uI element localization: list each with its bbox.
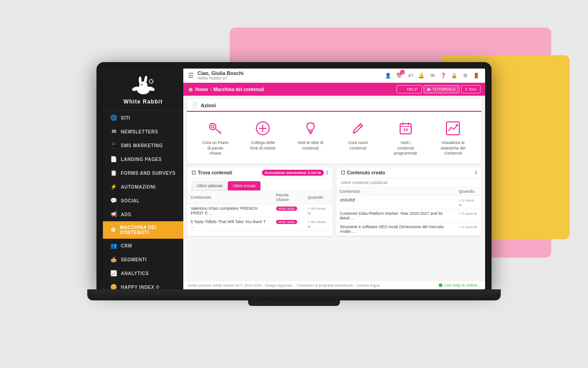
cell-keyword: white rabbit bbox=[272, 218, 304, 231]
sidebar-item-happy[interactable]: 😊HAPPY INDEX © bbox=[103, 280, 183, 289]
hamburger-icon[interactable]: ☰ bbox=[188, 72, 194, 79]
nav-icon-landing: 📄 bbox=[111, 156, 117, 162]
home-icon: 🏠 bbox=[188, 87, 193, 92]
sidebar-item-ads[interactable]: 📢ADS bbox=[103, 207, 183, 221]
sidebar-item-analytics[interactable]: 📈ANALYTICS bbox=[103, 266, 183, 280]
sidebar-item-siti[interactable]: 🌐SITI bbox=[103, 111, 183, 125]
live-dot bbox=[439, 283, 442, 287]
breadcrumb-current: Macchina dei contenuti bbox=[213, 87, 264, 92]
azione-piano-label: Crea un Pianodi parolechiave bbox=[202, 140, 229, 156]
nav-label-analytics: ANALYTICS bbox=[121, 271, 149, 276]
logout-icon[interactable]: 🚪 bbox=[472, 71, 481, 80]
nav-icon-macchina: ⚙ bbox=[111, 227, 116, 233]
sidebar-item-automazioni[interactable]: ⚡AUTOMAZIONI bbox=[103, 180, 183, 194]
svg-point-6 bbox=[141, 84, 142, 86]
users-icon[interactable]: 👤 bbox=[384, 71, 392, 80]
lock-icon[interactable]: 🔒 bbox=[450, 71, 458, 80]
sidebar-item-newsletters[interactable]: ✉NEWSLETTERS bbox=[103, 125, 183, 138]
azione-statistiche[interactable]: Visualizza lestatistiche deiContenuti bbox=[430, 116, 477, 159]
envelope-icon[interactable]: ✉ bbox=[428, 71, 436, 80]
nav-label-sms: SMS MARKETING bbox=[121, 143, 163, 148]
help-btn-icon: ❓ bbox=[401, 87, 406, 92]
trova-info-icon[interactable]: ℹ bbox=[326, 170, 328, 176]
nav-icon-automazioni: ⚡ bbox=[111, 184, 117, 190]
svg-point-2 bbox=[139, 76, 141, 84]
nav-label-macchina: MACCHINA DEI CONTENUTI bbox=[120, 225, 177, 235]
cell-contenuto: Valentino Khan completes 'FRENCH FRIED' … bbox=[187, 204, 272, 218]
sidebar-item-forms[interactable]: 📋FORMS AND SURVEYS bbox=[103, 166, 183, 180]
sidebar-item-social[interactable]: 💬SOCIAL bbox=[103, 194, 183, 207]
azione-idee[interactable]: Vedi le Idee dicontenuti bbox=[287, 116, 334, 159]
sidebar-nav: 🌐SITI✉NEWSLETTERS📱SMS MARKETING📄LANDING … bbox=[103, 111, 183, 289]
tab-ultimi-trovati[interactable]: Ultimi trovati bbox=[228, 181, 261, 190]
col-contenuto-creato: Contenuto bbox=[336, 187, 455, 196]
calendar-icon[interactable]: 📅 16 bbox=[395, 71, 403, 80]
tutorials-button[interactable]: ▶ TUTORIALS bbox=[424, 85, 459, 93]
document-icon: 📄 bbox=[192, 102, 198, 108]
nav-label-ads: ADS bbox=[121, 212, 131, 217]
tag-icon[interactable]: 🏷 bbox=[406, 71, 414, 80]
laptop-stand bbox=[248, 300, 340, 306]
trova-contenuti-title: Trova contenuti bbox=[198, 170, 232, 175]
white-rabbit-logo-icon bbox=[127, 76, 159, 97]
svg-point-9 bbox=[211, 125, 214, 128]
sidebar-item-landing[interactable]: 📄LANDING PAGES bbox=[103, 152, 183, 166]
svg-line-19 bbox=[313, 123, 314, 124]
sidebar-item-sms[interactable]: 📱SMS MARKETING bbox=[103, 138, 183, 152]
cell-quando-creato: + 5 mesi fa bbox=[455, 209, 481, 223]
tour-btn-label: Tour bbox=[468, 87, 476, 92]
svg-line-21 bbox=[359, 125, 362, 127]
contenuto-info-icon[interactable]: ℹ bbox=[475, 170, 477, 176]
contenuto-creato-card: ☐ Contenuto creato ℹ Ultimi contenuti pu… bbox=[336, 167, 482, 236]
sidebar-brand-text: White Rabbit bbox=[124, 98, 163, 105]
svg-point-8 bbox=[209, 123, 216, 130]
col-quando-creato: Quando bbox=[455, 187, 481, 196]
nav-icon-crm: 👥 bbox=[111, 242, 117, 249]
azione-piano[interactable]: Crea un Pianodi parolechiave bbox=[192, 116, 239, 159]
laptop-base bbox=[87, 289, 501, 300]
tab-ultimi-abbinati[interactable]: Ultimi abbinati bbox=[192, 181, 228, 190]
app-container: White Rabbit 🌐SITI✉NEWSLETTERS📱SMS MARKE… bbox=[103, 69, 485, 289]
sidebar-item-segmenti[interactable]: 🥧SEGMENTI bbox=[103, 253, 183, 266]
live-help[interactable]: Live help is online... bbox=[439, 283, 481, 288]
chart-icon bbox=[444, 119, 462, 138]
cell-quando-creato: + 1 mese fa bbox=[455, 196, 481, 209]
cell-contenuto-creato: sfsfsdfdf bbox=[336, 196, 455, 209]
tour-button[interactable]: ℹ Tour bbox=[461, 85, 481, 93]
col-contenuto-trova: Contenuto bbox=[187, 191, 272, 204]
table-row: Customer Data Platform Market: Year 2020… bbox=[336, 209, 482, 223]
cell-keyword: white rabbit bbox=[272, 204, 304, 218]
nav-label-automazioni: AUTOMAZIONI bbox=[121, 184, 156, 190]
lightbulb-icon bbox=[301, 119, 320, 138]
azione-programmati[interactable]: 15 Vedi icontenutiprogrammati bbox=[382, 116, 430, 159]
azione-fonti[interactable]: Collega dellefonti di notizie bbox=[239, 116, 287, 159]
user-greeting: Ciao, Giulia Boschi bbox=[198, 70, 384, 76]
main-content: ☰ Ciao, Giulia Boschi White Rabbit srl 👤… bbox=[183, 69, 485, 289]
sidebar-item-crm[interactable]: 👥CRM bbox=[103, 239, 183, 253]
help-btn-label: HELP bbox=[407, 87, 418, 92]
topbar: ☰ Ciao, Giulia Boschi White Rabbit srl 👤… bbox=[183, 69, 485, 83]
cell-contenuto-creato: Customer Data Platform Market: Year 2020… bbox=[336, 209, 455, 223]
azione-nuovi[interactable]: Crea nuovicontenuti bbox=[334, 116, 382, 159]
table-row: 5 Tasty Tidbits That Will Take You Back … bbox=[187, 218, 333, 231]
contenuto-creato-header: ☐ Contenuto creato ℹ bbox=[336, 167, 482, 178]
checkbox-icon: ☐ bbox=[192, 170, 196, 175]
settings-icon[interactable]: ⚙ bbox=[461, 71, 469, 80]
laptop-screen: White Rabbit 🌐SITI✉NEWSLETTERS📱SMS MARKE… bbox=[96, 62, 492, 289]
calendar-prog-icon: 15 bbox=[396, 119, 415, 138]
creato-table: Contenuto Quando sfsfsdfdf + 1 mese fa C… bbox=[336, 187, 482, 236]
bell-icon[interactable]: 🔔 bbox=[417, 71, 425, 80]
pencil-icon bbox=[349, 119, 367, 138]
help-icon[interactable]: ❓ bbox=[439, 71, 447, 80]
ultimi-pubblicati-label: Ultimi contenuti pubblicati bbox=[336, 178, 482, 187]
help-button[interactable]: ❓ HELP bbox=[396, 85, 422, 93]
breadcrumb-home[interactable]: 🏠 Home bbox=[188, 87, 208, 92]
sidebar-item-macchina[interactable]: ⚙MACCHINA DEI CONTENUTI bbox=[103, 221, 183, 239]
svg-text:15: 15 bbox=[403, 127, 408, 132]
nav-icon-social: 💬 bbox=[111, 197, 117, 204]
azioni-header: 📄 Azioni bbox=[187, 99, 481, 112]
nav-label-forms: FORMS AND SURVEYS bbox=[121, 171, 175, 176]
azione-fonti-label: Collega dellefonti di notizie bbox=[250, 140, 276, 151]
nav-label-newsletters: NEWSLETTERS bbox=[121, 129, 158, 134]
trova-tabs: Ultimi abbinati Ultimi trovati bbox=[187, 178, 333, 191]
